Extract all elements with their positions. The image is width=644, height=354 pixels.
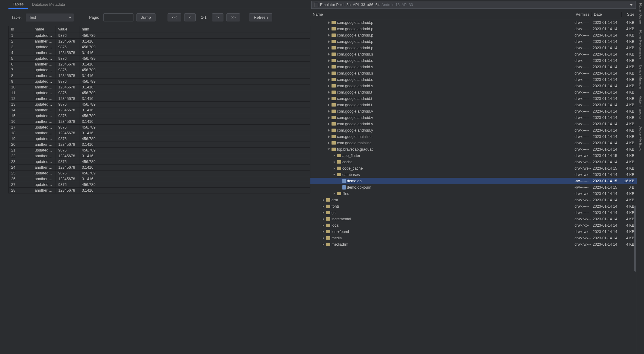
cell-value[interactable]: 9876 [56,159,79,165]
tree-row[interactable]: com.google.android.sdrwx-----2023-01-14 … [310,76,637,83]
cell-value[interactable]: 12345678 [56,85,79,90]
tree-row[interactable]: com.google.android.sdrwx-----2023-01-14 … [310,64,637,70]
table-row[interactable]: 16another n...123456783.1416 [9,119,310,125]
table-row[interactable]: 12another n...123456783.1416 [9,96,310,102]
tree-body[interactable]: com.google.android.pdrwx-----2023-01-14 … [310,19,637,354]
col-header-id[interactable]: id [9,26,32,33]
cell-id[interactable]: 25 [9,171,32,176]
cell-id[interactable]: 11 [9,90,32,96]
cell-num[interactable]: 3.1416 [79,165,103,171]
chevron-right-icon[interactable] [327,142,330,145]
cell-value[interactable]: 9876 [56,90,79,96]
table-row[interactable]: 8another n...123456783.1416 [9,73,310,79]
first-page-button[interactable]: << [168,13,181,21]
refresh-button[interactable]: Refresh [249,13,272,21]
cell-name[interactable]: updated n... [32,44,56,50]
cell-num[interactable]: 456.789 [79,113,103,119]
table-row[interactable]: 2another n...123456783.1416 [9,39,310,44]
cell-id[interactable]: 7 [9,67,32,73]
chevron-right-icon[interactable] [327,91,330,94]
cell-value[interactable]: 9876 [56,171,79,176]
cell-name[interactable]: updated n... [32,90,56,96]
cell-value[interactable]: 12345678 [56,107,79,113]
table-row[interactable]: 28another n...123456783.1416 [9,188,310,193]
tree-row[interactable]: drmdrwxrwx--2023-01-14 144 KB [310,197,637,203]
table-row[interactable]: 4another n...123456783.1416 [9,50,310,56]
tree-row[interactable]: gsidrwx-----2023-01-14 144 KB [310,209,637,216]
cell-id[interactable]: 23 [9,159,32,165]
tool-device-file-explorer[interactable]: Device File Explo [639,123,642,154]
tree-row[interactable]: com.google.android.ydrwx-----2023-01-14 … [310,127,637,133]
cell-name[interactable]: another n... [32,85,56,90]
table-row[interactable]: 17updated n...9876456.789 [9,125,310,130]
chevron-right-icon[interactable] [327,97,330,100]
tree-col-date[interactable]: Date [591,12,622,17]
table-row[interactable]: 3updated n...9876456.789 [9,44,310,50]
chevron-right-icon[interactable] [327,85,330,88]
cell-id[interactable]: 3 [9,44,32,50]
cell-id[interactable]: 22 [9,153,32,159]
cell-id[interactable]: 9 [9,79,32,85]
device-selector[interactable]: Emulator Pixel_3a_API_33_x86_64 Android … [311,1,636,9]
chevron-down-icon[interactable] [333,173,336,176]
cell-name[interactable]: another n... [32,142,56,148]
cell-name[interactable]: updated n... [32,182,56,188]
cell-name[interactable]: another n... [32,176,56,182]
tab-tables[interactable]: Tables [8,0,28,9]
cell-value[interactable]: 12345678 [56,73,79,79]
tree-row[interactable]: com.google.android.pdrwx-----2023-01-14 … [310,26,637,32]
chevron-right-icon[interactable] [322,218,325,221]
table-row[interactable]: 25updated n...9876456.789 [9,171,310,176]
table-row[interactable]: 24another n...123456783.1416 [9,165,310,171]
chevron-right-icon[interactable] [322,224,325,227]
chevron-right-icon[interactable] [327,46,330,49]
cell-name[interactable]: another n... [32,165,56,171]
tool-flutter-outline[interactable]: Flutter Outline [639,0,642,27]
chevron-right-icon[interactable] [327,72,330,75]
tree-row[interactable]: incrementaldrwxrwx--2023-01-14 144 KB [310,216,637,222]
cell-value[interactable]: 9876 [56,56,79,62]
cell-id[interactable]: 5 [9,56,32,62]
tab-database-metadata[interactable]: Database Metadata [28,0,69,9]
chevron-right-icon[interactable] [322,237,325,240]
tree-row[interactable]: com.google.android.pdrwx-----2023-01-14 … [310,38,637,45]
cell-id[interactable]: 19 [9,136,32,142]
tree-row[interactable]: com.google.android.vdrwx-----2023-01-14 … [310,108,637,114]
cell-num[interactable]: 456.789 [79,125,103,130]
cell-num[interactable]: 3.1416 [79,130,103,136]
cell-name[interactable]: updated n... [32,113,56,119]
tree-row[interactable]: com.google.android.vdrwx-----2023-01-14 … [310,114,637,121]
cell-name[interactable]: updated n... [32,56,56,62]
tool-device-manager[interactable]: Device Manager [639,62,642,92]
tree-row[interactable]: demo.db-rw-------2023-01-14 1516 KB [310,178,637,184]
chevron-right-icon[interactable] [327,65,330,69]
cell-name[interactable]: another n... [32,50,56,56]
table-row[interactable]: 9updated n...9876456.789 [9,79,310,85]
chevron-right-icon[interactable] [327,110,330,113]
cell-num[interactable]: 456.789 [79,44,103,50]
cell-id[interactable]: 16 [9,119,32,125]
cell-value[interactable]: 9876 [56,148,79,153]
cell-num[interactable]: 3.1416 [79,85,103,90]
cell-id[interactable]: 14 [9,107,32,113]
cell-name[interactable]: updated n... [32,159,56,165]
tree-scroll-thumb[interactable] [634,206,636,272]
cell-num[interactable]: 3.1416 [79,96,103,102]
table-row[interactable]: 1updated n...9876456.789 [9,33,310,39]
tree-row[interactable]: com.google.android.sdrwx-----2023-01-14 … [310,57,637,64]
last-page-button[interactable]: >> [226,13,240,21]
cell-id[interactable]: 28 [9,188,32,193]
next-page-button[interactable]: > [212,13,223,21]
cell-name[interactable]: another n... [32,153,56,159]
cell-id[interactable]: 1 [9,33,32,39]
chevron-right-icon[interactable] [327,104,330,107]
cell-value[interactable]: 9876 [56,113,79,119]
prev-page-button[interactable]: < [184,13,196,21]
cell-name[interactable]: another n... [32,62,56,67]
cell-name[interactable]: updated n... [32,102,56,107]
cell-num[interactable]: 456.789 [79,148,103,153]
tree-row[interactable]: mediadrmdrwxrwx--2023-01-14 144 KB [310,241,637,247]
tree-scrollbar[interactable] [634,24,637,354]
tree-row[interactable]: app_flutterdrwxrwx--2023-01-14 154 KB [310,152,637,159]
chevron-right-icon[interactable] [327,40,330,43]
